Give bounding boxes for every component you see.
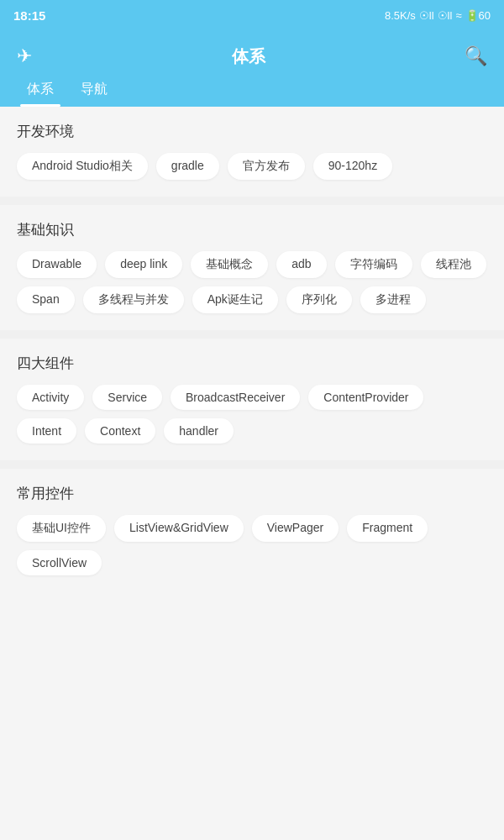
- tab-bar: 体系 导航: [0, 74, 504, 107]
- status-icons: 8.5K/s ☉ll ☉ll ≈ 🔋60: [385, 9, 491, 22]
- tags-jichu: Drawable deep link 基础概念 adb 字符编码 线程池 Spa…: [17, 251, 487, 313]
- status-bar: 18:15 8.5K/s ☉ll ☉ll ≈ 🔋60: [0, 0, 504, 30]
- tag-span[interactable]: Span: [17, 286, 75, 313]
- main-content: 开发环境 Android Studio相关 gradle 官方发布 90-120…: [0, 107, 504, 587]
- wifi-icon: ≈: [455, 9, 461, 22]
- section-title-kaifa: 开发环境: [17, 122, 487, 141]
- tag-adb[interactable]: adb: [276, 251, 326, 278]
- divider-3: [0, 460, 504, 469]
- tag-drawable[interactable]: Drawable: [17, 251, 97, 278]
- section-sida-zujian: 四大组件 Activity Service BroadcastReceiver …: [0, 339, 504, 455]
- tag-viewpager[interactable]: ViewPager: [252, 515, 339, 542]
- tag-broadcast-receiver[interactable]: BroadcastReceiver: [171, 385, 300, 410]
- section-kaifa-huanjing: 开发环境 Android Studio相关 gradle 官方发布 90-120…: [0, 107, 504, 192]
- signal-icon: ☉ll: [419, 9, 434, 22]
- send-icon[interactable]: ✈: [17, 45, 32, 67]
- tag-zifu-bianma[interactable]: 字符编码: [335, 251, 412, 278]
- tab-tixie[interactable]: 体系: [13, 74, 67, 107]
- tags-kaifa: Android Studio相关 gradle 官方发布 90-120hz: [17, 153, 487, 180]
- tag-deep-link[interactable]: deep link: [105, 251, 182, 278]
- tags-sida: Activity Service BroadcastReceiver Conte…: [17, 385, 487, 444]
- tag-context[interactable]: Context: [85, 418, 155, 444]
- search-icon[interactable]: 🔍: [465, 45, 487, 67]
- tag-intent[interactable]: Intent: [17, 418, 76, 444]
- tags-changyong: 基础UI控件 ListView&GridView ViewPager Fragm…: [17, 515, 487, 575]
- tag-90-120hz[interactable]: 90-120hz: [313, 153, 392, 180]
- divider-2: [0, 330, 504, 339]
- tag-listview-gridview[interactable]: ListView&GridView: [114, 515, 244, 542]
- tag-service[interactable]: Service: [92, 385, 162, 410]
- section-title-jichu: 基础知识: [17, 220, 487, 239]
- section-title-changyong: 常用控件: [17, 484, 487, 503]
- section-changyong-kongjian: 常用控件 基础UI控件 ListView&GridView ViewPager …: [0, 469, 504, 587]
- tag-duojincheng[interactable]: 多进程: [360, 286, 426, 313]
- tag-guanfang-fabu[interactable]: 官方发布: [228, 153, 305, 180]
- tag-xianchengchi[interactable]: 线程池: [421, 251, 486, 278]
- tag-handler[interactable]: handler: [164, 418, 234, 444]
- signal-icon2: ☉ll: [438, 9, 453, 22]
- tag-xulihua[interactable]: 序列化: [286, 286, 352, 313]
- tag-gradle[interactable]: gradle: [156, 153, 219, 180]
- divider-1: [0, 197, 504, 205]
- section-title-sida: 四大组件: [17, 354, 487, 373]
- tag-android-studio[interactable]: Android Studio相关: [17, 153, 148, 180]
- status-time: 18:15: [13, 8, 45, 23]
- battery-icon: 🔋60: [465, 9, 491, 22]
- tag-apk[interactable]: Apk诞生记: [192, 286, 278, 313]
- tag-fragment[interactable]: Fragment: [347, 515, 428, 542]
- tab-daohang[interactable]: 导航: [67, 74, 121, 107]
- tag-scrollview[interactable]: ScrollView: [17, 550, 102, 575]
- app-header: ✈ 体系 🔍: [0, 30, 504, 74]
- tag-content-provider[interactable]: ContentProvider: [308, 385, 423, 410]
- tag-jichu-gainian[interactable]: 基础概念: [191, 251, 268, 278]
- tag-duoxiancheng[interactable]: 多线程与并发: [83, 286, 184, 313]
- section-jichu-zhishi: 基础知识 Drawable deep link 基础概念 adb 字符编码 线程…: [0, 205, 504, 325]
- tag-jichu-ui[interactable]: 基础UI控件: [17, 515, 106, 542]
- tag-activity[interactable]: Activity: [17, 385, 84, 410]
- network-speed: 8.5K/s: [385, 9, 416, 22]
- page-title: 体系: [232, 45, 265, 68]
